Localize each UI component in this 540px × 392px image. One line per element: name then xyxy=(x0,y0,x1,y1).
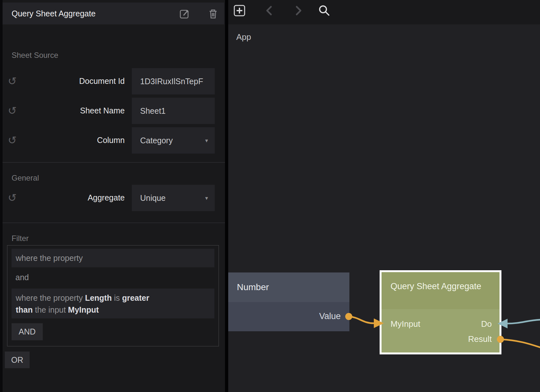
nav-forward-icon[interactable] xyxy=(292,4,305,17)
reset-icon[interactable]: ↺ xyxy=(6,192,18,204)
section-divider xyxy=(3,223,225,223)
wire-do xyxy=(507,320,540,324)
column-select[interactable]: Category ▼ xyxy=(132,127,215,154)
port-value[interactable]: Value xyxy=(319,311,341,321)
canvas-toolbar xyxy=(228,0,540,24)
or-button[interactable]: OR xyxy=(5,352,30,368)
port-myinput[interactable]: MyInput xyxy=(391,319,420,329)
panel-divider[interactable] xyxy=(225,0,228,392)
search-icon[interactable] xyxy=(318,4,330,17)
node-title: Number xyxy=(228,272,349,302)
app-window: Query Sheet Aggregate Sheet Source ↺ xyxy=(0,0,540,392)
nav-back-icon[interactable] xyxy=(263,4,276,17)
filter-conjunction: and xyxy=(15,273,29,282)
wire-value-to-myinput xyxy=(349,316,374,323)
panel-title: Query Sheet Aggregate xyxy=(12,3,95,24)
node-number[interactable]: Number Value xyxy=(228,272,349,331)
aggregate-select[interactable]: Unique ▼ xyxy=(132,185,215,211)
aggregate-value: Unique xyxy=(140,193,166,203)
document-id-input[interactable]: 1D3IRuxIlSnTepF xyxy=(132,68,215,94)
port-result[interactable]: Result xyxy=(468,334,492,344)
filter-group: where the property and where the propert… xyxy=(7,245,219,346)
section-sheet-source: Sheet Source xyxy=(12,51,58,60)
prop-label-aggregate: Aggregate xyxy=(32,193,125,202)
port-do[interactable]: Do xyxy=(481,319,492,329)
breadcrumb[interactable]: App xyxy=(236,32,251,42)
wire-result xyxy=(500,339,540,347)
panel-header: Query Sheet Aggregate xyxy=(3,3,224,24)
reset-icon[interactable]: ↺ xyxy=(6,76,18,87)
section-divider xyxy=(3,162,225,163)
reset-icon[interactable]: ↺ xyxy=(6,105,18,117)
and-button[interactable]: AND xyxy=(12,323,43,340)
chevron-down-icon: ▼ xyxy=(204,195,209,201)
filter-rule[interactable]: where the property Length is greater tha… xyxy=(12,289,214,318)
node-title: Query Sheet Aggregate xyxy=(382,272,500,309)
properties-panel: Query Sheet Aggregate Sheet Source ↺ xyxy=(0,0,225,392)
trash-icon[interactable] xyxy=(208,8,219,19)
panel-edge-strip xyxy=(0,0,3,392)
column-value: Category xyxy=(140,136,173,145)
edit-icon[interactable] xyxy=(179,8,190,19)
prop-label-document-id: Document Id xyxy=(32,76,125,86)
sheet-name-input[interactable]: Sheet1 xyxy=(132,98,215,124)
section-filter: Filter xyxy=(12,234,29,243)
node-query-sheet-aggregate[interactable]: Query Sheet Aggregate MyInput Do Result xyxy=(380,270,501,354)
chevron-down-icon: ▼ xyxy=(204,138,209,143)
add-node-icon[interactable] xyxy=(233,4,246,17)
sheet-name-value: Sheet1 xyxy=(140,106,166,116)
node-canvas[interactable]: App Number Value Query Sheet Aggregate M… xyxy=(228,0,540,392)
section-general: General xyxy=(12,174,39,183)
prop-label-sheet-name: Sheet Name xyxy=(32,106,125,115)
filter-rule-empty[interactable]: where the property xyxy=(12,249,214,267)
reset-icon[interactable]: ↺ xyxy=(6,135,18,146)
prop-label-column: Column xyxy=(32,136,125,145)
document-id-value: 1D3IRuxIlSnTepF xyxy=(140,77,203,86)
